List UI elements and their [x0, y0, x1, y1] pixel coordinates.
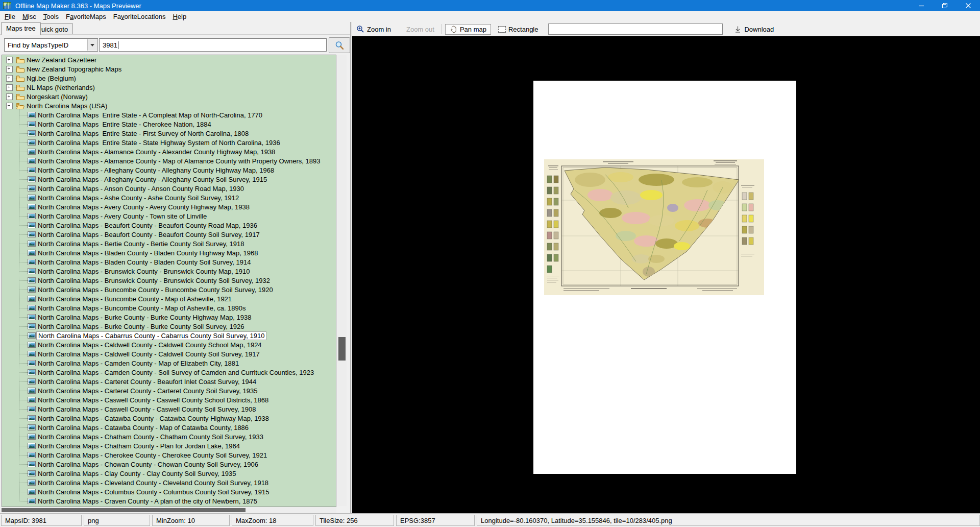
tab-maps-tree[interactable]: Maps tree	[1, 22, 41, 35]
tree-map-item[interactable]: North Carolina Maps - Avery County - Ave…	[2, 202, 336, 211]
tree-map-item[interactable]: North Carolina Maps - Camden County - So…	[2, 368, 336, 377]
maps-tree: New Zealand GazetteerNew Zealand Topogra…	[2, 55, 336, 507]
close-button[interactable]	[957, 0, 980, 11]
tree-map-item[interactable]: North Carolina Maps - Chatham County - P…	[2, 441, 336, 450]
tree-map-item[interactable]: North Carolina Maps - Cherokee County - …	[2, 450, 336, 460]
tree-map-item[interactable]: North Carolina Maps - Carteret County - …	[2, 377, 336, 386]
tree-map-item-label: North Carolina Maps - Camden County - Ma…	[38, 360, 239, 367]
tree-map-item[interactable]: North Carolina Maps - Alleghany County -…	[2, 165, 336, 175]
tree-map-item[interactable]: North Carolina Maps - Beaufort County - …	[2, 230, 336, 239]
tree-map-item[interactable]: North Carolina Maps - Chowan County - Ch…	[2, 460, 336, 469]
rectangle-button[interactable]: Rectangle	[494, 24, 543, 35]
folder-icon	[16, 75, 24, 82]
tree-folder[interactable]: New Zealand Topographic Maps	[2, 64, 336, 74]
tree-vertical-scrollbar[interactable]	[337, 55, 347, 506]
tree-map-item[interactable]: North Carolina Maps - Burke County - Bur…	[2, 322, 336, 331]
tree-map-item[interactable]: North Carolina Maps - Buncombe County - …	[2, 303, 336, 313]
download-button[interactable]: Download	[730, 24, 778, 35]
tree-map-item[interactable]: North Carolina Maps - Buncombe County - …	[2, 285, 336, 294]
search-icon	[334, 40, 345, 51]
collapse-toggle[interactable]	[6, 103, 13, 109]
menu-favoritelocations[interactable]: FavoriteLocations	[110, 12, 169, 21]
tree-connector-stub	[19, 207, 28, 207]
tree-map-item[interactable]: North Carolina Maps - Caldwell County - …	[2, 349, 336, 358]
tree-map-item[interactable]: North Carolina Maps - Cleveland County -…	[2, 478, 336, 487]
tree-map-item[interactable]: North Carolina Maps - Clay County - Clay…	[2, 469, 336, 478]
tree-map-item[interactable]: North Carolina Maps - Cabarrus County - …	[2, 331, 336, 340]
tree-map-item[interactable]: North Carolina Maps - Alamance County - …	[2, 156, 336, 165]
panel-tabs: Maps tree Quick goto	[0, 22, 352, 34]
expand-toggle[interactable]	[6, 66, 13, 73]
tree-map-item[interactable]: North Carolina Maps - Catawba County - C…	[2, 414, 336, 423]
search-button[interactable]	[329, 37, 350, 53]
tree-map-item[interactable]: North Carolina Maps - Alamance County - …	[2, 147, 336, 156]
map-item-icon	[28, 498, 36, 504]
pan-map-label: Pan map	[460, 26, 486, 33]
tree-map-item-label: North Carolina Maps - Beaufort County - …	[38, 222, 257, 229]
tree-folder[interactable]: Ngi.be (Belgium)	[2, 74, 336, 83]
tree-folder[interactable]: NL Maps (Netherlands)	[2, 83, 336, 92]
expand-toggle[interactable]	[6, 57, 13, 63]
tree-map-item[interactable]: North Carolina Maps - Brunswick County -…	[2, 276, 336, 285]
tree-map-item-label: North Carolina Maps - Caswell County - C…	[38, 405, 256, 413]
map-item-icon	[28, 305, 36, 311]
tree-map-item[interactable]: North Carolina Maps Entire State - A Com…	[2, 110, 336, 119]
map-item-icon	[28, 130, 36, 136]
tree-map-item[interactable]: North Carolina Maps - Columbus County - …	[2, 487, 336, 496]
tree-map-item[interactable]: North Carolina Maps - Catawba County - M…	[2, 423, 336, 432]
menu-help[interactable]: Help	[169, 12, 190, 21]
tree-folder[interactable]: New Zealand Gazetteer	[2, 55, 336, 64]
menu-misc[interactable]: Misc	[19, 12, 40, 21]
horizontal-scroll-thumb[interactable]	[2, 508, 246, 512]
tree-map-item[interactable]: North Carolina Maps Entire State - Chero…	[2, 119, 336, 129]
tree-connector-stub	[19, 308, 28, 308]
tree-map-item[interactable]: North Carolina Maps - Anson County - Ans…	[2, 184, 336, 193]
tree-map-item[interactable]: North Carolina Maps - Bladen County - Bl…	[2, 248, 336, 257]
expand-toggle[interactable]	[6, 75, 13, 82]
search-input[interactable]: 3981	[99, 38, 327, 52]
minimize-button[interactable]	[910, 0, 933, 11]
tree-folder[interactable]: North Carolina Maps (USA)	[2, 101, 336, 110]
tree-map-item-label: North Carolina Maps - Carteret County - …	[38, 378, 256, 386]
combo-drop-button[interactable]	[87, 39, 97, 51]
tree-map-item[interactable]: North Carolina Maps - Bertie County - Be…	[2, 239, 336, 248]
tree-map-item[interactable]: North Carolina Maps Entire State - State…	[2, 138, 336, 147]
tree-map-item[interactable]: North Carolina Maps - Camden County - Ma…	[2, 358, 336, 368]
pan-map-button[interactable]: Pan map	[445, 24, 491, 35]
tree-map-item[interactable]: North Carolina Maps - Beaufort County - …	[2, 221, 336, 230]
tree-map-item[interactable]: North Carolina Maps - Craven County - A …	[2, 496, 336, 506]
title-bar: Offline Map Maker 8.363 - Maps Previewer	[0, 0, 980, 11]
menu-file[interactable]: File	[1, 12, 19, 21]
map-item-icon	[28, 112, 36, 118]
tree-map-item[interactable]: North Carolina Maps - Caldwell County - …	[2, 340, 336, 349]
expand-toggle[interactable]	[6, 93, 13, 100]
tree-map-item[interactable]: North Carolina Maps - Alleghany County -…	[2, 175, 336, 184]
tree-map-item[interactable]: North Carolina Maps Entire State - First…	[2, 129, 336, 138]
expand-toggle[interactable]	[6, 84, 13, 91]
tree-map-item[interactable]: North Carolina Maps - Avery County - Tow…	[2, 211, 336, 221]
tree-map-item[interactable]: North Carolina Maps - Caswell County - C…	[2, 404, 336, 414]
tree-map-item[interactable]: North Carolina Maps - Carteret County - …	[2, 386, 336, 395]
map-viewer[interactable]	[352, 36, 980, 513]
map-item-icon	[28, 241, 36, 247]
tree-folder[interactable]: Norgeskart (Norway)	[2, 92, 336, 101]
tree-map-item[interactable]: North Carolina Maps - Burke County - Bur…	[2, 313, 336, 322]
vertical-scroll-thumb[interactable]	[338, 337, 346, 361]
tree-map-item[interactable]: North Carolina Maps - Buncombe County - …	[2, 294, 336, 303]
restore-button[interactable]	[933, 0, 957, 11]
map-item-icon	[28, 167, 36, 173]
coordinate-input[interactable]	[548, 23, 723, 35]
map-item-icon	[28, 195, 36, 201]
menu-favoritemaps[interactable]: FavoriteMaps	[62, 12, 110, 21]
menu-tools[interactable]: Tools	[40, 12, 62, 21]
tree-map-item[interactable]: North Carolina Maps - Caswell County - C…	[2, 395, 336, 404]
tree-horizontal-scrollbar[interactable]	[2, 507, 336, 513]
zoom-in-button[interactable]: Zoom in	[352, 23, 395, 35]
zoom-out-button[interactable]: Zoom out	[402, 24, 438, 35]
tree-map-item[interactable]: North Carolina Maps - Chatham County - C…	[2, 432, 336, 441]
tree-map-item[interactable]: North Carolina Maps - Bladen County - Bl…	[2, 257, 336, 267]
find-mode-select[interactable]: Find by MapsTypeID	[4, 38, 98, 52]
tree-map-item[interactable]: North Carolina Maps - Ashe County - Ashe…	[2, 193, 336, 202]
tree-connector-stub	[19, 317, 28, 318]
tree-map-item[interactable]: North Carolina Maps - Brunswick County -…	[2, 267, 336, 276]
